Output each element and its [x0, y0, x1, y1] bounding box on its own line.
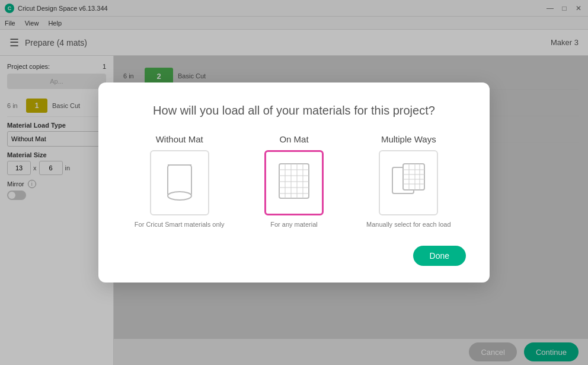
multiple-ways-icon	[388, 159, 429, 207]
multiple-ways-card[interactable]	[379, 150, 438, 215]
done-button[interactable]: Done	[413, 246, 466, 266]
svg-point-1	[168, 192, 191, 200]
on-mat-label: On Mat	[279, 134, 308, 144]
on-mat-desc: For any material	[270, 220, 317, 229]
option-without-mat[interactable]: Without Mat For Cricut Smart materials o…	[132, 134, 227, 229]
multiple-ways-label: Multiple Ways	[381, 134, 436, 144]
multiple-ways-desc: Manually select for each load	[366, 220, 450, 229]
modal-dialog: How will you load all of your materials …	[98, 82, 490, 283]
option-multiple-ways[interactable]: Multiple Ways	[361, 134, 456, 229]
without-mat-card[interactable]	[150, 150, 209, 215]
on-mat-icon	[273, 159, 315, 207]
without-mat-desc: For Cricut Smart materials only	[135, 220, 225, 229]
modal-options: Without Mat For Cricut Smart materials o…	[122, 134, 466, 229]
modal-title: How will you load all of your materials …	[122, 104, 466, 118]
on-mat-card[interactable]	[264, 150, 324, 215]
without-mat-icon	[159, 159, 200, 207]
svg-rect-3	[279, 164, 309, 198]
modal-overlay: How will you load all of your materials …	[0, 0, 588, 365]
without-mat-label: Without Mat	[156, 134, 203, 144]
modal-footer: Done	[122, 246, 466, 266]
svg-rect-14	[403, 164, 424, 190]
option-on-mat[interactable]: On Mat	[247, 134, 341, 229]
